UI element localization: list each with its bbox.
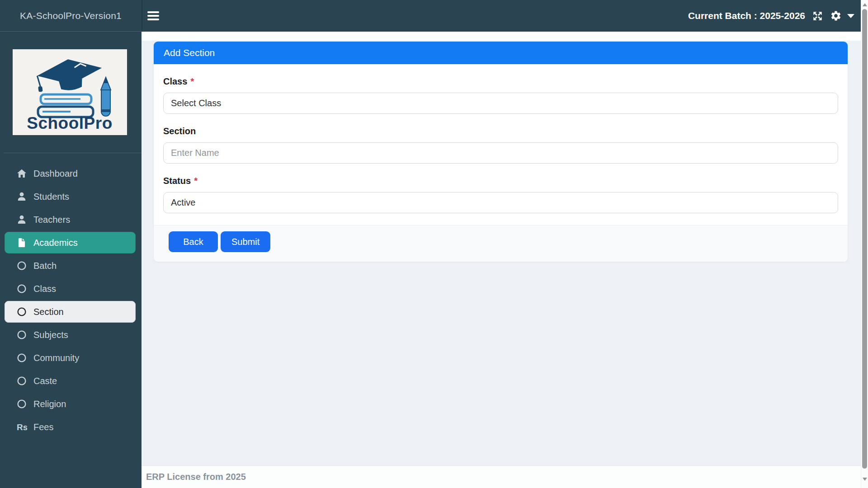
app-title: KA-SchoolPro-Version1 (0, 0, 142, 32)
sidebar-divider (4, 153, 142, 153)
status-field-group: Status * Active (163, 175, 838, 213)
section-input[interactable] (163, 142, 838, 164)
sidebar-item-teachers[interactable]: Teachers (5, 209, 136, 230)
license-footer: ERP License from 2025 (142, 465, 861, 488)
sidebar-item-academics[interactable]: Academics (5, 232, 136, 253)
sidebar-item-subjects[interactable]: Subjects (5, 324, 136, 346)
settings-gear-icon[interactable] (830, 10, 842, 22)
app-logo: SchoolPro (13, 49, 127, 135)
sidebar: KA-SchoolPro-Version1 SchoolPro Das (0, 0, 142, 488)
circle-icon (16, 399, 27, 409)
circle-icon (16, 352, 27, 363)
circle-icon (16, 329, 27, 340)
scroll-down-arrow-icon[interactable] (863, 478, 867, 481)
license-text: ERP License from 2025 (146, 472, 246, 482)
class-field-group: Class * Select Class (163, 76, 838, 114)
sidebar-item-class[interactable]: Class (5, 278, 136, 300)
sidebar-nav: Dashboard Students Teachers Academics Ba… (0, 163, 142, 438)
scroll-up-arrow-icon[interactable] (863, 3, 867, 6)
section-field-group: Section (163, 126, 838, 164)
topbar-lower-band (142, 32, 861, 41)
user-icon (16, 214, 27, 225)
circle-icon (16, 283, 27, 294)
card-body: Class * Select Class Section Status * Ac… (154, 64, 848, 213)
topbar-right: Current Batch : 2025-2026 (688, 10, 854, 22)
logo-text: SchoolPro (27, 114, 113, 132)
sidebar-item-batch[interactable]: Batch (5, 255, 136, 277)
circle-icon (16, 375, 27, 386)
caret-down-icon[interactable] (847, 14, 854, 18)
sidebar-item-community[interactable]: Community (5, 347, 136, 369)
sidebar-item-section[interactable]: Section (5, 301, 136, 323)
card-footer: Back Submit (154, 225, 848, 262)
main-content: Add Section Class * Select Class Section… (142, 32, 861, 488)
user-icon (16, 191, 27, 202)
circle-icon (16, 260, 27, 271)
home-icon (16, 168, 27, 179)
card-title: Add Section (154, 42, 848, 64)
vertical-scrollbar[interactable] (861, 0, 868, 488)
fullscreen-icon[interactable] (812, 10, 823, 22)
sidebar-item-religion[interactable]: Religion (5, 393, 136, 415)
current-batch-label: Current Batch : 2025-2026 (688, 10, 805, 21)
status-select[interactable]: Active (163, 192, 838, 213)
rupee-icon (16, 422, 27, 432)
sidebar-item-dashboard[interactable]: Dashboard (5, 163, 136, 184)
sidebar-item-fees[interactable]: Fees (5, 416, 136, 438)
file-icon (16, 237, 27, 248)
required-asterisk: * (190, 76, 194, 87)
scrollbar-thumb[interactable] (862, 9, 867, 469)
sidebar-item-students[interactable]: Students (5, 186, 136, 207)
add-section-card: Add Section Class * Select Class Section… (153, 41, 848, 262)
circle-icon (16, 306, 27, 317)
schoolpro-logo-graphic: SchoolPro (13, 49, 127, 135)
menu-toggle-icon[interactable] (147, 11, 159, 20)
required-asterisk: * (194, 175, 198, 187)
topbar: Current Batch : 2025-2026 (142, 0, 861, 32)
class-select[interactable]: Select Class (163, 93, 838, 114)
back-button[interactable]: Back (169, 231, 218, 252)
sidebar-item-caste[interactable]: Caste (5, 370, 136, 392)
submit-button[interactable]: Submit (221, 231, 270, 252)
